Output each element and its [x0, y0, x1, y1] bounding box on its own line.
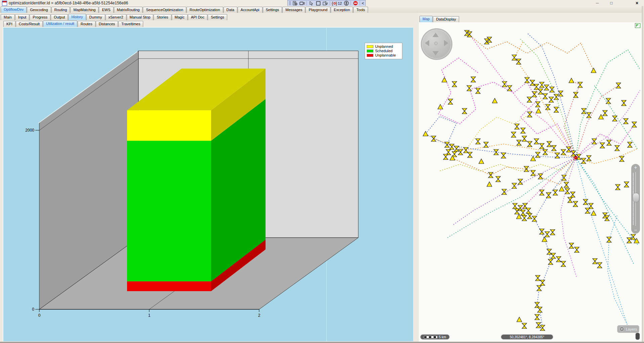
- panel-splitter[interactable]: [413, 13, 419, 342]
- stop-marker-hourglass: [476, 88, 480, 94]
- stop-marker-hourglass: [530, 80, 535, 85]
- pan-left-icon[interactable]: [425, 40, 429, 46]
- main-tab-tools[interactable]: Tools: [353, 7, 368, 13]
- camera-icon[interactable]: [299, 1, 305, 6]
- main-tab-matrixrouting[interactable]: MatrixRouting: [114, 7, 143, 13]
- stop-marker-triangle: [569, 78, 574, 83]
- pan-right-icon[interactable]: [444, 40, 448, 46]
- app-icon: [2, 1, 7, 6]
- map-scale-badge: 5 km: [420, 334, 450, 340]
- chart-tab-utilization-result[interactable]: Utilization / result: [43, 21, 77, 27]
- close-button[interactable]: ×: [632, 0, 642, 6]
- accessibility-icon[interactable]: [344, 1, 349, 6]
- cursor-icon[interactable]: [309, 1, 314, 6]
- map-canvas[interactable]: + − 5 km 50,352481°, 8,284385° Layers: [419, 22, 642, 342]
- chart-tab-distances[interactable]: Distances: [96, 21, 118, 27]
- stop-marker-hourglass: [522, 136, 527, 141]
- sub-tab-xserver2[interactable]: xServer2: [106, 14, 126, 20]
- legend-swatch: [367, 54, 373, 57]
- sub-tab-api-doc[interactable]: API Doc: [188, 14, 207, 20]
- sub-tab-manual-stop[interactable]: Manual Stop: [127, 14, 154, 20]
- main-tab-playground[interactable]: Playground: [306, 7, 330, 13]
- sub-tab-progress[interactable]: Progress: [30, 14, 50, 20]
- svg-text:0: 0: [38, 313, 41, 318]
- stop-marker-hourglass: [535, 314, 539, 320]
- stop-marker-hourglass: [550, 230, 555, 235]
- stop-marker-hourglass: [573, 92, 578, 98]
- stop-marker-hourglass: [632, 122, 637, 127]
- stop-marker-hourglass: [585, 208, 590, 213]
- map-tab-datadisplay[interactable]: DataDisplay: [433, 16, 459, 22]
- stop-marker-hourglass: [539, 229, 544, 234]
- pan-up-icon[interactable]: [433, 33, 439, 37]
- main-tab-routing[interactable]: Routing: [51, 7, 70, 13]
- stop-marker-hourglass: [513, 203, 517, 209]
- pan-center-dot[interactable]: [434, 42, 438, 45]
- main-tab-accountapi[interactable]: AccountApi: [238, 7, 263, 13]
- maximize-button[interactable]: □: [606, 0, 616, 6]
- stop-marker-hourglass: [484, 142, 488, 147]
- sub-tab-bar: MainInputProgressOutputHistoryDummyxServ…: [1, 13, 414, 20]
- sub-tab-input[interactable]: Input: [15, 14, 29, 20]
- no-entry-icon[interactable]: [353, 1, 358, 6]
- sub-tab-dummy[interactable]: Dummy: [86, 14, 105, 20]
- toolbar-grip-icon[interactable]: [289, 1, 291, 5]
- chart-tab-routes[interactable]: Routes: [78, 21, 95, 27]
- sub-tab-main[interactable]: Main: [1, 14, 15, 20]
- main-tab-messages[interactable]: Messages: [282, 7, 305, 13]
- stop-marker-hourglass: [624, 182, 629, 187]
- stop-marker-hourglass: [525, 77, 529, 83]
- legend-swatch: [367, 49, 373, 53]
- main-tab-ews[interactable]: EWS: [99, 7, 113, 13]
- process-settings-icon[interactable]: [292, 1, 298, 6]
- cursor-region-icon[interactable]: [323, 1, 328, 6]
- minimize-button[interactable]: ─: [592, 0, 602, 6]
- chart-tab-costs-result[interactable]: Costs/Result: [16, 21, 43, 27]
- main-tab-sequenceoptimization[interactable]: SequenceOptimization: [143, 7, 186, 13]
- sub-tab-settings[interactable]: Settings: [208, 14, 227, 20]
- stop-marker-hourglass: [583, 199, 588, 205]
- main-tab-optiflowdev[interactable]: OptiflowDev: [1, 6, 27, 13]
- pan-down-icon[interactable]: [433, 51, 439, 56]
- zoom-handle[interactable]: [633, 193, 639, 202]
- sub-tab-magic[interactable]: Magic: [172, 14, 188, 20]
- toolbar-collapse-chevron[interactable]: <: [362, 1, 364, 6]
- map-pan-compass[interactable]: [421, 28, 452, 60]
- layers-button[interactable]: Layers: [617, 325, 639, 333]
- overview-map-icon[interactable]: [635, 23, 640, 28]
- window-bottom-border: [0, 342, 644, 343]
- chart-tab-bar: KPICosts/ResultUtilization / resultRoute…: [3, 21, 413, 27]
- chart-tab-kpi[interactable]: KPI: [3, 21, 15, 27]
- main-tab-settings[interactable]: Settings: [263, 7, 282, 13]
- stop-marker-hourglass: [566, 147, 571, 152]
- map-pan-knob[interactable]: [635, 333, 640, 340]
- stop-marker-hourglass: [603, 110, 607, 116]
- region-box-icon[interactable]: [316, 1, 321, 6]
- stop-marker-triangle: [591, 211, 596, 215]
- stop-marker-hourglass: [471, 77, 476, 82]
- sub-tab-history[interactable]: History: [68, 14, 86, 20]
- chart-tab-traveltimes[interactable]: Traveltimes: [118, 21, 143, 27]
- layers-label: Layers: [626, 327, 637, 331]
- main-tab-mapmatching[interactable]: MapMatching: [70, 7, 98, 13]
- zoom-slider[interactable]: + −: [631, 164, 640, 234]
- stop-marker-hourglass: [511, 132, 516, 137]
- zoom-out-icon[interactable]: −: [631, 228, 640, 233]
- map-tab-map[interactable]: Map: [419, 16, 433, 22]
- main-tab-exception[interactable]: Exception: [331, 7, 353, 13]
- main-tab-routeoptimization[interactable]: RouteOptimization: [187, 7, 223, 13]
- stop-marker-hourglass: [496, 176, 500, 182]
- main-tab-data[interactable]: Data: [224, 7, 237, 13]
- sub-tab-stories[interactable]: Stories: [154, 14, 171, 20]
- zoom-in-icon[interactable]: +: [631, 165, 640, 171]
- main-tab-geocoding[interactable]: Geocoding: [27, 7, 51, 13]
- sub-tab-output[interactable]: Output: [51, 14, 68, 20]
- stop-marker-hourglass: [507, 85, 512, 91]
- svg-text:0: 0: [32, 307, 34, 312]
- stop-marker-hourglass: [578, 82, 582, 88]
- stop-marker-hourglass: [527, 97, 532, 102]
- breakpoint-brace-icon[interactable]: {}: [332, 1, 337, 6]
- stop-marker-hourglass: [454, 146, 459, 151]
- stop-marker-hourglass: [573, 201, 578, 207]
- stop-marker-hourglass: [540, 280, 545, 285]
